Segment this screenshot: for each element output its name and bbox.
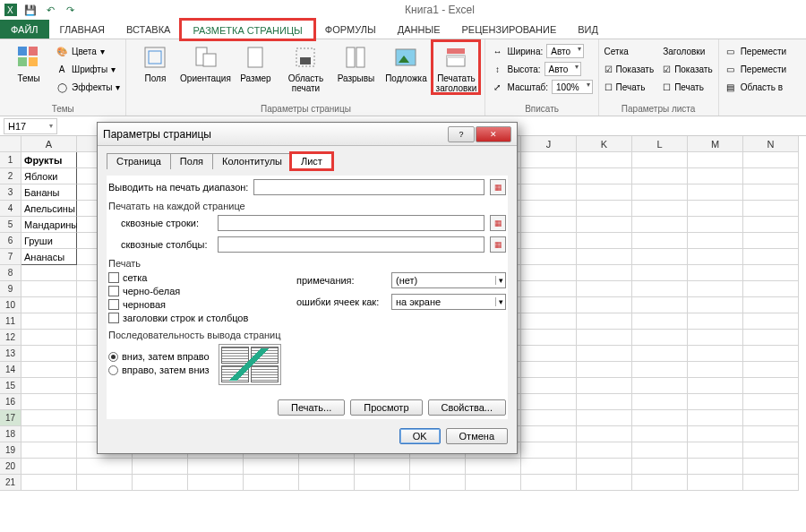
dlg-tab-page[interactable]: Страница	[107, 153, 171, 169]
cell[interactable]	[688, 184, 743, 201]
cell[interactable]	[743, 168, 799, 184]
cell[interactable]	[521, 346, 577, 362]
redo-icon[interactable]: ↷	[63, 3, 77, 17]
cell[interactable]	[743, 410, 799, 426]
cell[interactable]: Ананасы	[21, 249, 77, 265]
cell[interactable]	[188, 459, 244, 475]
cell[interactable]	[743, 313, 799, 330]
cell[interactable]	[21, 378, 77, 394]
cell[interactable]	[688, 233, 743, 249]
cols-input[interactable]	[218, 236, 484, 253]
cell[interactable]: Груши	[21, 233, 77, 249]
cell[interactable]	[688, 362, 743, 378]
cell[interactable]	[299, 475, 355, 491]
row-header[interactable]: 3	[0, 184, 21, 201]
cell[interactable]	[577, 394, 632, 410]
grid-show-checkbox[interactable]: Показать	[604, 61, 655, 77]
cell[interactable]	[577, 378, 632, 394]
cell[interactable]	[743, 426, 799, 442]
cell[interactable]	[521, 362, 577, 378]
cell[interactable]	[688, 330, 743, 346]
themes-button[interactable]: Темы	[5, 41, 52, 83]
cell[interactable]	[688, 201, 743, 217]
col-header[interactable]: L	[632, 136, 688, 152]
cell[interactable]	[688, 410, 743, 426]
print-area-button[interactable]: Область печати	[282, 41, 329, 93]
cell[interactable]	[521, 233, 577, 249]
cell[interactable]	[21, 265, 77, 281]
cell[interactable]	[743, 184, 799, 201]
cell[interactable]	[577, 330, 632, 346]
cell[interactable]	[521, 281, 577, 297]
cell[interactable]	[577, 265, 632, 281]
cell[interactable]	[521, 313, 577, 330]
cell[interactable]	[632, 217, 688, 233]
cell[interactable]	[521, 475, 577, 491]
rows-input[interactable]	[218, 215, 484, 231]
cell[interactable]	[521, 426, 577, 442]
cell[interactable]	[743, 152, 799, 168]
cell[interactable]	[743, 442, 799, 459]
cell[interactable]	[577, 362, 632, 378]
cell[interactable]	[688, 394, 743, 410]
row-header[interactable]: 4	[0, 201, 21, 217]
cell[interactable]	[743, 378, 799, 394]
dialog-close-button[interactable]: ✕	[476, 126, 511, 142]
cell[interactable]	[632, 297, 688, 313]
cell[interactable]	[632, 249, 688, 265]
cell[interactable]: Яблоки	[21, 168, 77, 184]
row-header[interactable]: 7	[0, 249, 21, 265]
cell[interactable]	[355, 459, 410, 475]
cell[interactable]	[466, 475, 521, 491]
cell[interactable]	[133, 459, 188, 475]
cell[interactable]	[21, 313, 77, 330]
row-header[interactable]: 18	[0, 426, 21, 442]
cell[interactable]	[577, 184, 632, 201]
collapse-range-button[interactable]: ▦	[490, 179, 506, 195]
cell[interactable]	[688, 168, 743, 184]
cell[interactable]	[743, 346, 799, 362]
cell[interactable]	[632, 184, 688, 201]
selection-pane[interactable]: ▤Область в	[725, 79, 786, 95]
cell[interactable]	[133, 475, 188, 491]
cell[interactable]	[688, 346, 743, 362]
row-header[interactable]: 12	[0, 330, 21, 346]
cell[interactable]	[743, 249, 799, 265]
cell[interactable]	[743, 281, 799, 297]
cell[interactable]	[577, 475, 632, 491]
cell[interactable]	[743, 233, 799, 249]
colors-dropdown[interactable]: 🎨Цвета ▾	[56, 43, 120, 59]
cell[interactable]	[521, 265, 577, 281]
cell[interactable]	[21, 410, 77, 426]
cell[interactable]	[521, 201, 577, 217]
errors-combo[interactable]: на экране	[391, 294, 506, 310]
bring-forward[interactable]: ▭Перемести	[725, 43, 786, 59]
cell[interactable]	[688, 426, 743, 442]
breaks-button[interactable]: Разрывы	[332, 41, 379, 83]
row-header[interactable]: 21	[0, 475, 21, 491]
dialog-help-button[interactable]: ?	[448, 126, 475, 142]
cell[interactable]	[632, 201, 688, 217]
cell[interactable]	[632, 410, 688, 426]
row-header[interactable]: 8	[0, 265, 21, 281]
row-header[interactable]: 15	[0, 378, 21, 394]
scale-spinner[interactable]: 100%	[552, 80, 593, 94]
bw-checkbox[interactable]: черно-белая	[108, 286, 270, 296]
rc-headings-checkbox[interactable]: заголовки строк и столбцов	[108, 313, 270, 323]
col-header[interactable]: K	[577, 136, 632, 152]
collapse-cols-button[interactable]: ▦	[490, 236, 506, 253]
col-header[interactable]: A	[21, 136, 77, 152]
cell[interactable]	[632, 152, 688, 168]
draft-checkbox[interactable]: черновая	[108, 299, 270, 310]
cell[interactable]	[21, 281, 77, 297]
cell[interactable]: Фрукты	[21, 152, 77, 168]
preview-button[interactable]: Просмотр	[350, 399, 422, 416]
col-header[interactable]: M	[688, 136, 743, 152]
row-header[interactable]: 6	[0, 233, 21, 249]
cell[interactable]	[632, 233, 688, 249]
undo-icon[interactable]: ↶	[43, 3, 57, 17]
cell[interactable]	[577, 297, 632, 313]
cell[interactable]	[688, 313, 743, 330]
cell[interactable]	[21, 330, 77, 346]
cell[interactable]	[21, 394, 77, 410]
